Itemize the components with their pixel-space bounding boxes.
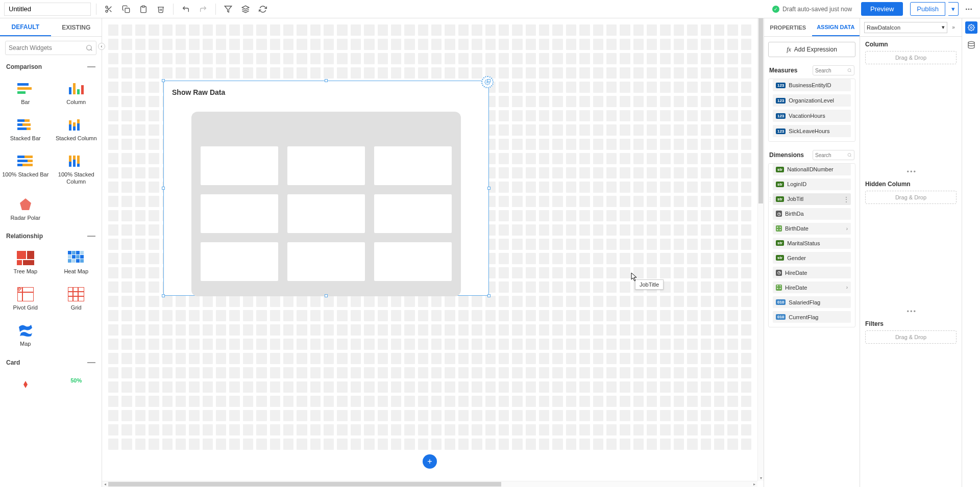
- dimension-field[interactable]: ⛶HireDate›: [773, 281, 851, 293]
- widget-settings-icon[interactable]: [481, 76, 494, 88]
- dimension-field[interactable]: strGender: [773, 252, 851, 264]
- delete-icon[interactable]: [154, 2, 168, 16]
- widget-stacked-column[interactable]: Stacked Column: [51, 113, 102, 147]
- expand-panel-icon[interactable]: »: [949, 23, 958, 32]
- dimension-field[interactable]: strMaritalStatus: [773, 238, 851, 249]
- dimension-field[interactable]: ⛶BirthDate›: [773, 223, 851, 235]
- publish-button[interactable]: Publish: [910, 2, 945, 16]
- field-menu-icon[interactable]: ⋮: [843, 196, 849, 203]
- resize-handle[interactable]: [162, 79, 165, 82]
- layers-icon[interactable]: [238, 2, 253, 16]
- chevron-right-icon[interactable]: ›: [846, 226, 848, 232]
- publish-dropdown[interactable]: ▾: [948, 2, 959, 16]
- category-card[interactable]: Card —: [0, 355, 102, 370]
- search-dimensions[interactable]: [813, 150, 854, 160]
- refresh-icon[interactable]: [256, 2, 270, 16]
- svg-rect-26: [27, 127, 31, 130]
- collapse-category-icon[interactable]: —: [87, 232, 95, 241]
- placed-widget-raw-data[interactable]: Show Raw Data: [163, 81, 489, 296]
- widget-map[interactable]: Map: [0, 318, 51, 352]
- preview-button[interactable]: Preview: [861, 2, 903, 16]
- measure-field[interactable]: 123BusinessEntityID: [773, 79, 851, 91]
- svg-rect-37: [17, 164, 22, 166]
- database-icon[interactable]: [965, 39, 977, 51]
- resize-handle[interactable]: [162, 187, 165, 190]
- svg-point-9: [966, 8, 967, 10]
- copy-icon[interactable]: [119, 2, 133, 16]
- tab-properties[interactable]: PROPERTIES: [764, 18, 812, 36]
- add-expression-button[interactable]: fx Add Expression: [768, 42, 855, 57]
- widget-pivot-grid[interactable]: Pivot Grid: [0, 282, 51, 316]
- measure-field[interactable]: 123OrganizationLevel: [773, 94, 851, 107]
- datasource-select[interactable]: RawDataIcon ▾: [864, 22, 947, 33]
- svg-line-13: [91, 49, 92, 51]
- svg-rect-42: [73, 160, 76, 167]
- drag-handle-icon[interactable]: ⋮⋮: [769, 196, 777, 202]
- tab-assign-data[interactable]: ASSIGN DATA: [812, 18, 860, 36]
- category-comparison[interactable]: Comparison —: [0, 59, 102, 74]
- field-label: VacationHours: [789, 113, 825, 119]
- widget-stacked-bar[interactable]: Stacked Bar: [0, 113, 51, 147]
- search-measures[interactable]: [813, 65, 854, 75]
- resize-handle[interactable]: [162, 294, 165, 297]
- paste-icon[interactable]: [136, 2, 151, 16]
- dimension-field[interactable]: strNationalIDNumber: [773, 164, 851, 175]
- data-panel: PROPERTIES ASSIGN DATA fx Add Expression…: [764, 18, 860, 487]
- vertical-scrollbar[interactable]: ▾: [757, 18, 764, 481]
- resize-handle[interactable]: [487, 294, 491, 297]
- horizontal-scrollbar[interactable]: ◂▸: [102, 481, 757, 487]
- undo-icon[interactable]: [179, 2, 193, 16]
- date-type-icon: ◷: [776, 211, 782, 217]
- widget-card-2[interactable]: 50%: [51, 372, 102, 397]
- collapse-category-icon[interactable]: —: [87, 62, 95, 71]
- filters-drop-zone[interactable]: Drag & Drop: [865, 330, 957, 344]
- chevron-right-icon[interactable]: ›: [846, 285, 848, 290]
- search-widgets[interactable]: [5, 41, 96, 55]
- tab-existing[interactable]: EXISTING: [51, 18, 102, 36]
- measure-field[interactable]: 123VacationHours: [773, 110, 851, 122]
- search-widgets-input[interactable]: [9, 44, 86, 52]
- svg-rect-58: [68, 259, 71, 263]
- widget-tree-map[interactable]: Tree Map: [0, 246, 51, 280]
- dimension-field[interactable]: 010SalariedFlag: [773, 296, 851, 308]
- measure-field[interactable]: 123SickLeaveHours: [773, 125, 851, 137]
- more-icon[interactable]: [962, 2, 976, 16]
- widget-bar[interactable]: Bar: [0, 76, 51, 111]
- widget-heat-map[interactable]: Heat Map: [51, 246, 102, 280]
- cut-icon[interactable]: [102, 2, 116, 16]
- tab-default[interactable]: DEFAULT: [0, 18, 51, 36]
- resize-handle[interactable]: [487, 79, 491, 82]
- collapse-category-icon[interactable]: —: [87, 358, 95, 367]
- svg-rect-50: [68, 251, 71, 254]
- widget-grid[interactable]: Grid: [51, 282, 102, 316]
- column-drop-zone[interactable]: Drag & Drop: [865, 51, 957, 64]
- widget-column[interactable]: Column: [51, 76, 102, 111]
- category-relationship[interactable]: Relationship —: [0, 228, 102, 244]
- binary-type-icon: 010: [776, 299, 786, 305]
- widget-100-stacked-bar[interactable]: 100% Stacked Bar: [0, 149, 51, 190]
- widget-radar-polar[interactable]: Radar Polar: [0, 192, 51, 226]
- hierarchy-type-icon: ⛶: [776, 225, 782, 232]
- svg-line-74: [850, 156, 851, 157]
- dimension-field[interactable]: 010CurrentFlag: [773, 311, 851, 323]
- canvas[interactable]: Show Raw Data + ▾ ◂▸: [102, 18, 764, 487]
- resize-handle[interactable]: [325, 79, 328, 82]
- dimension-field[interactable]: ◷BirthDa: [773, 208, 851, 220]
- dimensions-header: Dimensions: [769, 151, 804, 159]
- resize-handle[interactable]: [487, 187, 491, 190]
- filter-icon[interactable]: [221, 2, 235, 16]
- svg-rect-36: [28, 160, 33, 162]
- dimension-field[interactable]: strJobTitl⋮⋮⋮: [773, 193, 851, 205]
- redo-icon[interactable]: [196, 2, 210, 16]
- widget-card-1[interactable]: [0, 372, 51, 397]
- dashboard-title-input[interactable]: [4, 3, 91, 16]
- collapse-sidebar-icon[interactable]: ‹: [98, 43, 105, 50]
- add-widget-fab[interactable]: +: [423, 454, 437, 469]
- settings-icon[interactable]: [965, 21, 977, 34]
- resize-handle[interactable]: [325, 294, 328, 297]
- dimension-field[interactable]: ◷HireDate: [773, 267, 851, 278]
- hidden-column-drop-zone[interactable]: Drag & Drop: [865, 191, 957, 204]
- svg-line-3: [110, 10, 112, 12]
- widget-100-stacked-column[interactable]: 100% Stacked Column: [51, 149, 102, 190]
- dimension-field[interactable]: strLoginID: [773, 178, 851, 190]
